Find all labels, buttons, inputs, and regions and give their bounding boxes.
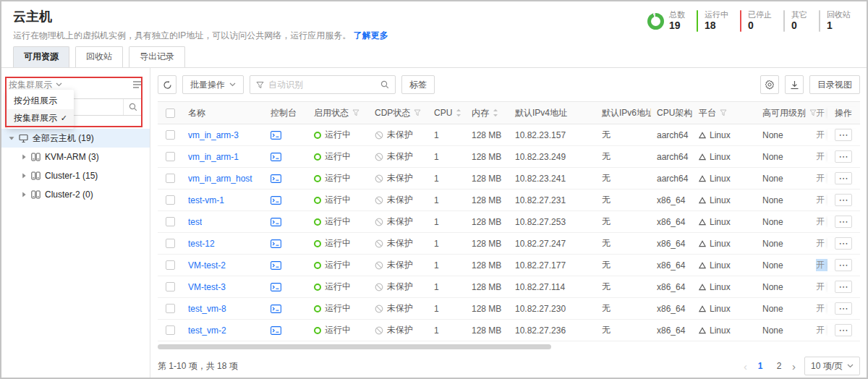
cell-cpu: 1 [428,282,466,292]
tag-button[interactable]: 标签 [401,75,435,94]
filter-icon[interactable] [414,109,421,116]
row-checkbox[interactable] [166,239,175,248]
row-actions-button[interactable]: ⋯ [835,129,852,141]
row-checkbox[interactable] [166,195,175,205]
row-checkbox[interactable] [166,260,175,270]
column-header-ha[interactable]: 高可用级别 [757,107,816,119]
tree-item-cluster-2[interactable]: Cluster-2 (0) [1,185,150,204]
column-header-cdp[interactable]: CDP状态 [369,107,428,119]
vm-name-link[interactable]: vm_in_arm-3 [188,130,239,140]
vm-name-link[interactable]: test-12 [188,239,215,249]
column-header-arch[interactable]: CPU架构 [651,107,693,119]
console-icon[interactable] [271,261,281,270]
scrollbar-thumb[interactable] [158,344,551,349]
vm-name-link[interactable]: test_vm-8 [188,304,226,314]
row-actions-button[interactable]: ⋯ [835,324,852,336]
page-2-button[interactable]: 2 [773,361,785,371]
page-size-select[interactable]: 10 项/页 [804,357,860,375]
vm-name-link[interactable]: VM-test-2 [188,260,226,271]
row-checkbox[interactable] [166,152,175,161]
tab-available-resources[interactable]: 可用资源 [13,46,69,67]
row-actions-button[interactable]: ⋯ [835,150,852,163]
cell-memory: 128 MB [466,217,509,227]
filter-icon[interactable] [352,109,359,116]
row-checkbox[interactable] [166,130,175,140]
cell-cpu: 1 [428,239,466,249]
refresh-button[interactable] [158,75,176,94]
column-header-actions[interactable]: 操作 [827,107,859,119]
vm-search-box[interactable]: 自动识别 [250,75,396,94]
vm-name-link[interactable]: test-vm-1 [188,195,224,205]
filter-icon[interactable] [720,109,727,116]
export-button[interactable] [785,75,804,94]
row-checkbox[interactable] [166,304,175,313]
console-icon[interactable] [271,218,281,226]
caret-right-icon[interactable] [21,192,30,197]
column-header-platform[interactable]: 平台 [693,107,757,119]
platform-value: Linux [710,325,731,336]
tab-recycle-bin[interactable]: 回收站 [75,46,123,67]
console-icon[interactable] [271,153,281,161]
dropdown-item-by-cluster[interactable]: 按集群展示✓ [7,109,74,127]
caret-down-icon[interactable] [9,135,17,141]
learn-more-link[interactable]: 了解更多 [354,30,388,41]
console-icon[interactable] [271,326,281,335]
column-header-console[interactable]: 控制台 [265,107,308,119]
sidebar-search-icon[interactable] [123,99,142,115]
table-row: test_vm-2运行中未保护1128 MB10.82.27.236无x86_6… [158,320,860,341]
prev-page-button[interactable]: ‹ [744,361,747,372]
tree-item-all-vms[interactable]: 全部云主机 (19) [1,129,150,148]
page-1-button[interactable]: 1 [754,361,766,371]
column-header-ipv4[interactable]: 默认IPv4地址 [509,107,596,119]
row-actions-button[interactable]: ⋯ [835,281,852,293]
batch-actions-button[interactable]: 批量操作 [182,75,244,94]
column-header-ipv6[interactable]: 默认IPv6地址 [596,107,651,119]
row-checkbox[interactable] [166,325,175,335]
settings-button[interactable] [760,75,779,94]
row-actions-button[interactable]: ⋯ [835,194,852,206]
sort-icon[interactable] [456,108,461,117]
column-header-status[interactable]: 启用状态 [308,107,369,119]
console-icon[interactable] [271,196,281,205]
vm-name-link[interactable]: vm_in_arm_host [188,174,252,184]
dropdown-item-by-group[interactable]: 按分组展示 [7,92,74,109]
row-actions-button[interactable]: ⋯ [835,237,852,250]
next-page-button[interactable]: › [792,361,796,372]
cell-ha: None [757,282,816,292]
row-checkbox[interactable] [166,174,175,183]
caret-right-icon[interactable] [21,154,30,160]
tree-item-cluster-1[interactable]: Cluster-1 (15) [1,166,150,185]
console-icon[interactable] [271,305,281,313]
ipv6-value: 无 [602,129,610,141]
column-header-name[interactable]: 名称 [182,107,265,119]
row-checkbox[interactable] [166,217,175,226]
vm-name-link[interactable]: test [188,217,202,227]
row-actions-button[interactable]: ⋯ [835,216,852,228]
header-left: 云主机 运行在物理机上的虚拟机实例，具有独立的IP地址，可以访问公共网络，运行应… [13,9,388,42]
vm-name-link[interactable]: VM-test-3 [188,282,226,292]
tab-export-records[interactable]: 导出记录 [129,46,185,67]
row-actions-button[interactable]: ⋯ [835,259,852,271]
console-icon[interactable] [271,283,281,291]
column-header-cpu[interactable]: CPU [428,108,466,118]
row-actions-button[interactable]: ⋯ [835,172,852,184]
tree-display-options-icon[interactable] [132,80,142,89]
console-icon[interactable] [271,131,281,140]
sort-icon[interactable] [493,108,498,117]
console-icon[interactable] [271,174,281,183]
filter-icon[interactable] [809,109,816,116]
directory-view-button[interactable]: 目录视图 [809,75,860,94]
cell-cdp: 未保护 [369,259,428,271]
tree-item-kvm-arm[interactable]: KVM-ARM (3) [1,148,150,166]
search-icon[interactable] [380,80,389,89]
caret-right-icon[interactable] [21,173,30,179]
vm-name-link[interactable]: vm_in_arm-1 [188,152,239,162]
column-header-partial[interactable]: 开 [816,107,827,119]
row-checkbox[interactable] [166,282,175,291]
select-all-checkbox[interactable] [166,108,175,118]
vm-name-link[interactable]: test_vm-2 [188,325,226,336]
console-icon[interactable] [271,239,281,248]
column-header-memory[interactable]: 内存 [466,107,509,119]
row-actions-button[interactable]: ⋯ [835,302,852,315]
display-mode-selector[interactable]: 按集群展示 [9,79,62,91]
